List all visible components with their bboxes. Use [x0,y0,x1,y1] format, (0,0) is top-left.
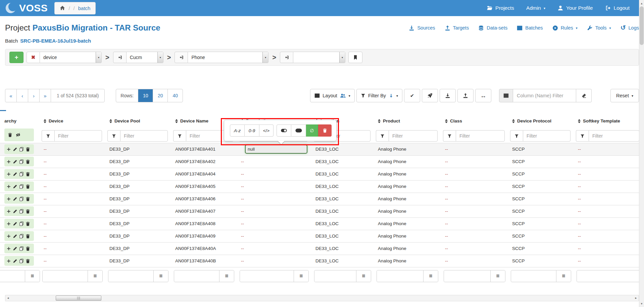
filter-input-device-pool[interactable] [120,130,168,142]
nav-admin[interactable]: Admin ▾ [526,5,545,11]
row-delete-button[interactable] [26,259,30,263]
remove-step-button[interactable]: ✖ [27,52,40,63]
subnav-rules[interactable]: Rules ▾ [552,25,578,31]
delete-value-button[interactable] [318,124,332,137]
footer-menu-button[interactable]: ≡ [25,270,40,282]
row-add-button[interactable] [6,259,11,263]
expand-columns-button[interactable]: ↔ [475,89,491,102]
assign-icon[interactable] [175,52,188,63]
table-row[interactable]: --DE33_DPAN00F1374E8A40B--DE33_LOCAnalog… [0,255,644,267]
trash-icon[interactable] [8,133,12,137]
row-edit-button[interactable] [13,234,17,239]
footer-input-hierarchy[interactable] [0,270,25,282]
row-edit-button[interactable] [13,246,17,251]
reset-button[interactable]: Reset ▾ [610,89,639,102]
row-add-button[interactable] [6,246,11,251]
apply-button[interactable]: ✔ [404,89,420,102]
subnav-targets[interactable]: Targets [445,25,469,31]
cucm-select[interactable]: Cucm ▾ [127,52,163,63]
subnav-tools[interactable]: Tools ▾ [587,25,611,31]
footer-menu-button[interactable]: ≡ [423,270,438,282]
row-edit-button[interactable] [13,197,17,201]
row-copy-button[interactable] [19,221,24,226]
bookmark-button[interactable] [348,52,362,63]
footer-input-product[interactable] [377,270,423,282]
table-row[interactable]: --DE33_DPAN00F1374E8A406--DE33_LOCAnalog… [0,193,644,205]
subnav-data-sets[interactable]: Data-sets [478,25,507,31]
subnav-batches[interactable]: Batches [517,25,543,31]
footer-menu-button[interactable]: ≡ [556,270,571,282]
row-add-button[interactable] [6,234,11,239]
breadcrumb-batch-link[interactable]: batch [78,5,91,11]
filter-code-button[interactable]: </> [259,124,274,137]
table-row[interactable]: --DE33_DPAN00F1374E8A40A--DE33_LOCAnalog… [0,242,644,255]
row-copy-button[interactable] [19,259,24,263]
row-edit-button[interactable] [13,209,17,214]
row-edit-button[interactable] [13,159,17,164]
scroll-left-arrow[interactable]: ◄ [5,295,11,301]
row-delete-button[interactable] [26,147,30,152]
rows-option-40[interactable]: 40 [168,89,183,102]
column-name-filter-input[interactable] [513,89,576,102]
row-edit-button[interactable] [13,184,17,189]
run-button[interactable] [422,89,438,102]
horizontal-scrollbar[interactable]: ◄ ► [5,295,639,301]
row-delete-button[interactable] [26,246,30,251]
voss-logo[interactable]: VOSS [5,2,48,14]
row-copy-button[interactable] [19,234,24,239]
row-copy-button[interactable] [19,197,24,201]
column-header-device-pool[interactable]: Device Pool [107,115,172,127]
layout-button[interactable]: Layout ▾ [310,89,355,102]
filter-input-softkey-template[interactable] [589,130,639,142]
row-delete-button[interactable] [26,172,30,176]
horizontal-scrollbar-thumb[interactable] [56,296,101,301]
assign-icon[interactable] [280,52,293,63]
row-add-button[interactable] [6,221,11,226]
row-delete-button[interactable] [26,221,30,226]
row-add-button[interactable] [6,209,11,214]
footer-input-device-pool[interactable] [108,270,153,282]
batch-name-link[interactable]: SRC-PB-EMEA-16Jul19-batch [20,38,91,44]
footer-input-description[interactable] [240,270,294,282]
assign-icon[interactable] [113,52,127,63]
row-edit-button[interactable] [13,172,17,176]
column-header-hierarchy[interactable]: archy [0,115,41,127]
nav-projects[interactable]: Projects [487,5,514,11]
nav-your-profile[interactable]: Your Profile [557,5,593,11]
vertical-scrollbar-thumb[interactable] [640,6,644,45]
table-row[interactable]: --DE33_DPAN00F1374E8A407--DE33_LOCAnalog… [0,205,644,217]
table-row[interactable]: --DE33_DPAN00F1374E8A402--DE33_LOCAnalog… [0,155,644,168]
table-row[interactable]: --DE33_DPAN00F1374E8A401DE33_LOCAnalog P… [0,143,644,155]
row-copy-button[interactable] [19,172,24,176]
row-add-button[interactable] [6,172,11,176]
row-delete-button[interactable] [26,197,30,201]
filter-numeric-button[interactable]: 0-9 [245,124,259,137]
table-row[interactable]: --DE33_DPAN00F1374E8A409--DE33_LOCAnalog… [0,230,644,242]
project-name-link[interactable]: PaxusBio Migration - TAR Source [33,23,160,32]
nav-logout[interactable]: Logout [605,5,630,11]
page-last-button[interactable]: » [40,89,51,102]
footer-menu-button[interactable]: ≡ [294,270,308,282]
toggle-off-button[interactable] [291,124,306,137]
row-copy-button[interactable] [19,209,24,214]
page-prev-button[interactable]: ‹ [17,89,28,102]
footer-menu-button[interactable]: ≡ [153,270,168,282]
footer-menu-button[interactable]: ≡ [490,270,505,282]
footer-input-device-name[interactable] [174,270,219,282]
vertical-scrollbar[interactable]: ▲ ▼ [639,0,644,307]
export-button[interactable] [457,89,474,102]
row-add-button[interactable] [6,147,11,152]
row-delete-button[interactable] [26,234,30,239]
scroll-down-arrow[interactable]: ▼ [639,301,644,306]
row-add-button[interactable] [6,159,11,164]
empty-select[interactable]: ▾ [293,52,345,63]
import-button[interactable] [440,89,456,102]
footer-menu-button[interactable]: ≡ [356,270,371,282]
row-add-button[interactable] [6,184,11,189]
subnav-sources[interactable]: Sources [409,25,435,31]
footer-input-class[interactable] [444,270,490,282]
phone-select[interactable]: Phone ▾ [188,52,268,63]
column-header-product[interactable]: Product [375,115,442,127]
column-header-softkey-template[interactable]: Softkey Template [575,115,644,127]
row-edit-button[interactable] [13,147,17,152]
